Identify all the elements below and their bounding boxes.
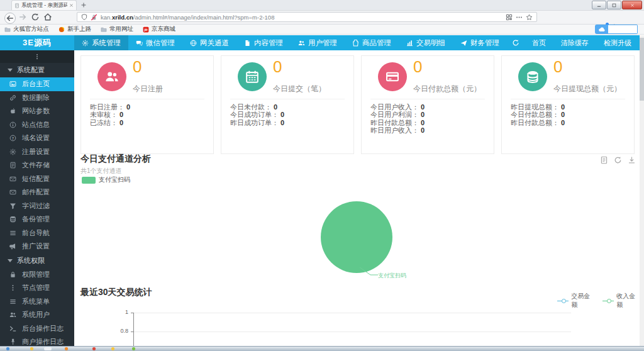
legend-label: 交易金额 — [571, 292, 594, 309]
taskbar-item[interactable] — [6, 347, 9, 350]
sidebar-item-promo-settings[interactable]: 推广设置 — [0, 240, 74, 254]
insecure-lock-icon[interactable] — [91, 14, 97, 21]
topnav-users[interactable]: 用户管理 — [291, 35, 345, 50]
jd-icon: JD — [143, 26, 149, 33]
topnav-gateway[interactable]: 网关通道 — [182, 35, 236, 50]
sidebar-item-word-filter[interactable]: 字词过滤 — [0, 199, 74, 213]
topnav-system[interactable]: 系统管理 — [74, 35, 128, 50]
reload-button[interactable] — [31, 13, 40, 21]
chain-icon — [9, 94, 16, 101]
url-text[interactable]: kan.xrild.cn/admin.html#/manage/index/ma… — [101, 14, 502, 21]
legend-item-income[interactable]: 收入金额 — [602, 292, 640, 309]
stat-lines: 昨日注册：0 未审核：0 已冻结：0 — [90, 103, 130, 126]
windows-taskbar[interactable] — [0, 346, 644, 351]
legend-label: 支付宝扫码 — [99, 176, 130, 184]
line-section-title: 最近30天交易统计 — [80, 287, 152, 298]
header-home-link[interactable]: 首页 — [525, 38, 553, 48]
calendar-icon — [238, 62, 267, 91]
new-tab-button[interactable] — [80, 2, 87, 8]
sidebar-item-sms-config[interactable]: 短信配置 — [0, 172, 74, 186]
pie-chart[interactable] — [321, 201, 392, 273]
line-marker-icon — [602, 298, 614, 303]
tab-favicon-icon — [14, 3, 19, 8]
back-button[interactable] — [4, 13, 16, 24]
scrollbar-thumb[interactable] — [640, 38, 644, 101]
taskbar-item[interactable] — [132, 347, 135, 350]
header-clear-cache-link[interactable]: 清除缓存 — [553, 38, 596, 48]
home-button[interactable] — [43, 13, 52, 21]
sidebar-item-domain-settings[interactable]: ?域名设置 — [0, 131, 74, 145]
sidebar-item-register-settings[interactable]: 注册设置 — [0, 145, 74, 159]
bookmark-item[interactable]: 常用网址 — [101, 25, 133, 33]
header-right: 首页 清除缓存 检测升级 admin — [507, 35, 644, 50]
topnav-transactions[interactable]: 交易明细 — [399, 35, 453, 50]
topnav-goods[interactable]: 商品管理 — [345, 35, 399, 50]
plugin-search-input[interactable] — [608, 25, 638, 34]
taskbar-item[interactable] — [44, 347, 52, 350]
taskbar-item[interactable] — [65, 347, 68, 350]
sidebar-item-dashboard[interactable]: 后台主页 — [0, 77, 74, 91]
taskbar-item[interactable] — [30, 347, 33, 350]
page-scrollbar[interactable] — [640, 35, 644, 347]
stat-value: 0 — [553, 57, 562, 77]
download-icon[interactable] — [628, 156, 636, 164]
topnav-finance[interactable]: 财务管理 — [453, 35, 507, 50]
refresh-icon[interactable] — [614, 156, 622, 164]
sidebar-item-admin-log[interactable]: 后台操作日志 — [0, 322, 74, 336]
window-maximize-button[interactable] — [607, 1, 621, 9]
caret-down-icon — [8, 259, 13, 262]
divider — [90, 99, 204, 99]
topnav-wechat[interactable]: 微信管理 — [128, 35, 182, 50]
stat-cards: 0 今日注册 昨日注册：0 未审核：0 已冻结：0 0 今日提交（笔） 今日未付… — [80, 55, 635, 154]
page-actions-icon[interactable] — [516, 14, 523, 21]
pie-legend-item[interactable]: 支付宝扫码 — [82, 176, 130, 184]
users-icon — [298, 40, 305, 47]
sidebar-item-system-menu[interactable]: 系统菜单 — [0, 295, 74, 309]
header-check-update-link[interactable]: 检测升级 — [596, 38, 639, 48]
sidebar-item-site-info[interactable]: 站点信息 — [0, 118, 74, 132]
topnav-content[interactable]: 内容管理 — [236, 35, 291, 50]
bookmark-item[interactable]: JD京东商城 — [143, 25, 175, 33]
forward-button[interactable] — [18, 13, 27, 21]
window-minimize-button[interactable] — [592, 1, 606, 9]
browser-tab[interactable]: 系统管理 - 亲测源码网 www.q — [11, 0, 77, 10]
sidebar-item-site-params[interactable]: 网站参数 — [0, 104, 74, 118]
tracking-shield-icon[interactable] — [81, 14, 87, 20]
sidebar-item-data-delete[interactable]: 数据删除 — [0, 91, 74, 105]
dashboard-icon — [9, 81, 16, 87]
bookmark-star-icon[interactable] — [526, 14, 533, 21]
bag-icon — [352, 40, 359, 47]
window-close-button[interactable] — [622, 1, 642, 9]
sidebar-item-node-mgmt[interactable]: 节点管理 — [0, 281, 74, 295]
users-icon — [97, 62, 126, 91]
sidebar-item-permission-mgmt[interactable]: 权限管理 — [0, 268, 74, 282]
qr-code-icon[interactable] — [506, 14, 513, 21]
bookmark-item[interactable]: 新手上路 — [58, 25, 91, 33]
stat-lines: 今日用户收入：0 今日用户利润：0 昨日付款总额：0 昨日用户收入：0 — [370, 103, 425, 135]
sidebar-collapse-toggle[interactable] — [0, 50, 74, 63]
data-view-icon[interactable] — [600, 156, 608, 164]
sidebar-item-system-users[interactable]: 系统用户 — [0, 308, 74, 322]
gridline — [134, 313, 571, 313]
sidebar-section-config[interactable]: 系统配置 — [0, 63, 74, 77]
legend-item-transaction[interactable]: 交易金额 — [557, 292, 594, 309]
sidebar-section-permissions[interactable]: 系统权限 — [0, 254, 74, 268]
refresh-icon[interactable] — [512, 39, 519, 47]
tab-close-icon[interactable] — [69, 3, 74, 8]
url-bar[interactable]: kan.xrild.cn/admin.html#/manage/index/ma… — [77, 12, 537, 22]
cloud-icon[interactable] — [595, 25, 608, 34]
sidebar-item-file-storage[interactable]: 文件存储 — [0, 159, 74, 172]
sidebar-item-mail-config[interactable]: 邮件配置 — [0, 186, 74, 199]
pin-icon — [9, 338, 16, 345]
maximize-icon — [612, 3, 616, 8]
legend-label: 收入金额 — [616, 292, 640, 309]
dots-v-icon — [9, 284, 16, 291]
taskbar-item[interactable] — [92, 347, 96, 350]
sidebar-item-backup[interactable]: 备份管理 — [0, 213, 74, 226]
bookmark-item[interactable]: 火狐官方站点 — [4, 25, 49, 33]
terminal-icon — [9, 325, 16, 332]
sidebar-item-merchant-log[interactable]: 商户操作日志 — [0, 335, 74, 347]
legend-swatch — [82, 177, 96, 184]
taskbar-item[interactable] — [111, 347, 114, 350]
sidebar-item-front-nav[interactable]: 前台导航 — [0, 226, 74, 240]
